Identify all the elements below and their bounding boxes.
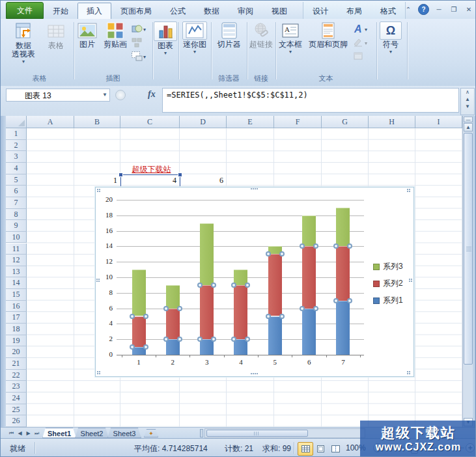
row-header-18[interactable]: 18 [6, 324, 27, 335]
row-header-14[interactable]: 14 [6, 277, 27, 289]
vertical-scroll-thumb[interactable] [464, 133, 473, 365]
bar-系列2-cat2[interactable] [166, 309, 180, 340]
图表-button[interactable]: 图表▾ [154, 21, 177, 56]
页眉和页脚-button[interactable]: 页眉和页脚 [305, 21, 351, 49]
formula-bar-expand-control[interactable]: ∧▲▼ [460, 88, 475, 115]
row-header-24[interactable]: 24 [6, 393, 27, 404]
chart-resize-handle[interactable] [407, 371, 412, 376]
bar-系列2-cat3[interactable] [200, 285, 214, 339]
next-sheet-icon[interactable]: ▶ [24, 429, 33, 437]
column-header-H[interactable]: H [369, 116, 415, 128]
迷你图-button[interactable]: 迷你图▾ [180, 21, 210, 55]
vertical-scrollbar[interactable]: — ▲ ▼ [462, 116, 473, 427]
insert-function-icon[interactable]: fx [148, 89, 161, 101]
bar-系列3-cat1[interactable] [132, 270, 146, 316]
row-header-13[interactable]: 13 [6, 266, 27, 278]
符号-button[interactable]: Ω符号▾ [378, 21, 404, 55]
文本框-button[interactable]: A文本框▾ [277, 21, 304, 55]
column-header-G[interactable]: G [322, 116, 369, 128]
page-layout-view-icon[interactable] [313, 442, 328, 456]
tab-数据[interactable]: 数据 [195, 3, 229, 19]
row-header-23[interactable]: 23 [6, 381, 27, 393]
row-header-12[interactable]: 12 [6, 255, 27, 266]
screenshot-button[interactable]: ▾ [131, 51, 150, 64]
smartart-button[interactable] [131, 37, 150, 50]
row-header-1[interactable]: 1 [6, 128, 27, 140]
tab-设计[interactable]: 设计 [303, 3, 337, 19]
column-header-B[interactable]: B [74, 116, 120, 128]
close-icon[interactable]: ✕ [464, 5, 474, 14]
bar-系列3-cat6[interactable] [302, 215, 316, 247]
tab-审阅[interactable]: 审阅 [229, 3, 262, 19]
bar-系列2-cat6[interactable] [302, 246, 316, 308]
horizontal-scrollbar[interactable] [204, 428, 365, 438]
bar-系列2-cat1[interactable] [132, 316, 146, 348]
图片-button[interactable]: 图片 [75, 21, 100, 49]
help-icon[interactable]: ? [418, 4, 429, 15]
scroll-up-icon[interactable]: ▲ [464, 123, 473, 132]
insert-worksheet-icon[interactable]: ✦ [144, 429, 158, 437]
row-header-6[interactable]: 6 [6, 186, 27, 197]
row-header-3[interactable]: 3 [6, 151, 27, 163]
bar-系列1-cat2[interactable] [166, 339, 180, 355]
column-header-C[interactable]: C [120, 116, 180, 128]
row-header-2[interactable]: 2 [6, 140, 27, 152]
minimize-icon[interactable]: ─ [434, 5, 444, 14]
row-header-11[interactable]: 11 [6, 243, 27, 255]
row-header-7[interactable]: 7 [6, 197, 27, 209]
chart-resize-handle[interactable] [409, 279, 414, 284]
page-break-view-icon[interactable] [328, 442, 343, 456]
row-header-20[interactable]: 20 [6, 346, 27, 358]
超链接-button[interactable]: 超链接 [248, 21, 274, 49]
column-header-F[interactable]: F [274, 116, 322, 128]
row-header-17[interactable]: 17 [6, 312, 27, 324]
legend-item-系列2[interactable]: 系列2 [373, 278, 403, 289]
sheet-tab-Sheet1[interactable]: Sheet1 [42, 428, 76, 438]
embedded-chart[interactable]: 024681012141618201234567系列3系列2系列1 [95, 187, 414, 377]
object-button[interactable] [352, 51, 374, 64]
legend-item-系列1[interactable]: 系列1 [373, 295, 403, 306]
bar-系列2-cat4[interactable] [234, 285, 247, 339]
prev-sheet-icon[interactable]: ◀ [16, 429, 24, 437]
chart-resize-handle[interactable] [251, 188, 256, 193]
name-box[interactable]: 图表 13 [6, 89, 110, 102]
tab-页面布局[interactable]: 页面布局 [111, 3, 161, 19]
column-header-I[interactable]: I [415, 116, 462, 128]
tab-布局[interactable]: 布局 [337, 3, 371, 19]
wordart-button[interactable]: A▾ [352, 23, 374, 36]
row-header-25[interactable]: 25 [6, 404, 27, 416]
first-sheet-icon[interactable]: ⏮ [7, 429, 16, 437]
bar-系列1-cat3[interactable] [200, 339, 214, 355]
tab-split-handle[interactable] [200, 429, 203, 437]
signature-line-button[interactable]: ▾ [352, 37, 374, 50]
sheet-tab-Sheet3[interactable]: Sheet3 [107, 428, 141, 438]
legend-item-系列3[interactable]: 系列3 [373, 261, 403, 272]
tab-file[interactable]: 文件 [6, 2, 44, 19]
tab-开始[interactable]: 开始 [44, 3, 77, 19]
column-header-D[interactable]: D [180, 116, 227, 128]
chart-resize-handle[interactable] [251, 373, 256, 378]
shapes-button[interactable]: ▾ [131, 23, 150, 36]
chart-resize-handle[interactable] [407, 189, 412, 194]
normal-view-icon[interactable] [298, 442, 313, 456]
row-header-21[interactable]: 21 [6, 358, 27, 370]
row-header-5[interactable]: 5 [6, 174, 27, 186]
row-header-26[interactable]: 26 [6, 415, 27, 427]
tab-视图[interactable]: 视图 [262, 3, 296, 19]
formula-input[interactable]: =SERIES(,,Sheet1!$C$5:$C$11,2) [162, 88, 459, 113]
column-header-E[interactable]: E [227, 116, 274, 128]
chart-resize-handle[interactable] [97, 371, 102, 376]
切片器-button[interactable]: 切片器 [212, 21, 245, 49]
row-header-16[interactable]: 16 [6, 301, 27, 312]
row-header-19[interactable]: 19 [6, 335, 27, 347]
bar-系列2-cat7[interactable] [336, 246, 350, 300]
row-header-10[interactable]: 10 [6, 232, 27, 243]
column-header-A[interactable]: A [27, 116, 74, 128]
数据 透视表-button[interactable]: 数据 透视表▾ [7, 21, 40, 64]
ribbon-collapse-icon[interactable]: ⌃ [403, 5, 413, 14]
chart-resize-handle[interactable] [97, 189, 102, 194]
horizontal-scroll-thumb[interactable] [206, 430, 308, 437]
tab-公式[interactable]: 公式 [161, 3, 195, 19]
row-header-22[interactable]: 22 [6, 370, 27, 381]
select-all-corner[interactable] [6, 116, 27, 128]
